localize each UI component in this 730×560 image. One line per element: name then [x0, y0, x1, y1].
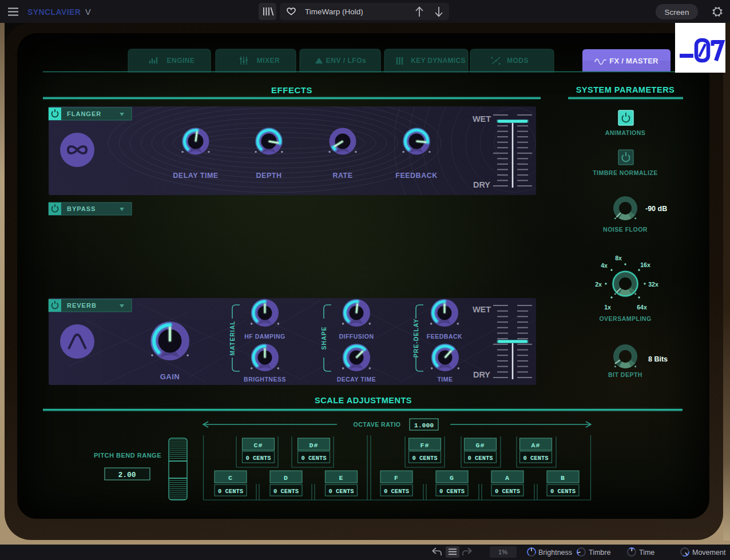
- svg-text:ENV / LFOs: ENV / LFOs: [326, 57, 366, 65]
- svg-text:DRY: DRY: [473, 370, 490, 379]
- svg-text:0 CENTS: 0 CENTS: [467, 455, 493, 462]
- svg-text:0 CENTS: 0 CENTS: [523, 455, 548, 462]
- svg-text:D: D: [284, 474, 288, 482]
- svg-text:NOISE FLOOR: NOISE FLOOR: [603, 226, 648, 233]
- svg-text:ANIMATIONS: ANIMATIONS: [605, 129, 646, 136]
- svg-text:WET: WET: [473, 305, 491, 314]
- svg-text:16x: 16x: [640, 261, 650, 268]
- svg-text:G: G: [450, 474, 454, 482]
- svg-text:OCTAVE RATIO: OCTAVE RATIO: [354, 421, 401, 428]
- svg-text:Screen: Screen: [665, 8, 689, 17]
- svg-text:0 CENTS: 0 CENTS: [273, 488, 299, 495]
- svg-text:RATE: RATE: [332, 172, 352, 180]
- svg-text:F: F: [394, 474, 399, 482]
- svg-text:1%: 1%: [498, 549, 507, 555]
- svg-text:TimeWarp (Hold): TimeWarp (Hold): [305, 7, 363, 16]
- svg-text:BRIGHTNESS: BRIGHTNESS: [244, 376, 286, 383]
- svg-text:0 CENTS: 0 CENTS: [301, 455, 326, 462]
- svg-text:0 CENTS: 0 CENTS: [328, 488, 354, 495]
- svg-text:F#: F#: [420, 442, 430, 449]
- svg-text:2.00: 2.00: [118, 471, 136, 479]
- svg-text:Brightness: Brightness: [538, 549, 572, 557]
- svg-text:G#: G#: [476, 442, 485, 449]
- svg-text:C: C: [228, 474, 233, 482]
- svg-text:Movement: Movement: [692, 549, 726, 557]
- svg-text:SYNCLAVIER: SYNCLAVIER: [27, 7, 81, 17]
- svg-text:2x: 2x: [595, 281, 602, 288]
- svg-text:A#: A#: [531, 442, 541, 449]
- svg-text:KEY DYNAMICS: KEY DYNAMICS: [411, 57, 465, 65]
- svg-text:FEEDBACK: FEEDBACK: [427, 333, 462, 340]
- svg-text:0 CENTS: 0 CENTS: [495, 488, 520, 495]
- svg-text:8 Bits: 8 Bits: [648, 355, 668, 363]
- svg-text:0 CENTS: 0 CENTS: [218, 488, 243, 495]
- svg-text:Time: Time: [639, 549, 654, 557]
- svg-text:DEPTH: DEPTH: [256, 172, 282, 180]
- svg-text:V: V: [85, 7, 91, 17]
- svg-text:FLANGER: FLANGER: [67, 110, 101, 117]
- svg-text:0 CENTS: 0 CENTS: [412, 455, 437, 462]
- svg-text:GAIN: GAIN: [160, 372, 180, 381]
- svg-text:C#: C#: [254, 442, 263, 449]
- svg-text:SHAPE: SHAPE: [320, 326, 327, 349]
- svg-text:64x: 64x: [637, 304, 647, 311]
- svg-text:A: A: [505, 474, 510, 482]
- svg-text:REVERB: REVERB: [67, 302, 97, 309]
- svg-text:MATERIAL: MATERIAL: [229, 320, 236, 355]
- svg-text:PITCH BEND RANGE: PITCH BEND RANGE: [94, 452, 161, 459]
- svg-text:MODS: MODS: [507, 57, 529, 65]
- svg-text:BYPASS: BYPASS: [67, 205, 96, 212]
- svg-text:FX / MASTER: FX / MASTER: [609, 57, 658, 65]
- svg-text:ENGINE: ENGINE: [166, 57, 195, 65]
- svg-text:DRY: DRY: [473, 180, 490, 189]
- svg-text:OVERSAMPLING: OVERSAMPLING: [599, 315, 651, 322]
- svg-text:D#: D#: [310, 442, 319, 449]
- svg-text:B: B: [561, 474, 565, 482]
- svg-text:PRE-DELAY: PRE-DELAY: [412, 319, 419, 358]
- svg-text:SCALE ADJUSTMENTS: SCALE ADJUSTMENTS: [315, 396, 412, 405]
- svg-text:E: E: [339, 474, 344, 482]
- svg-text:WET: WET: [473, 114, 491, 124]
- svg-text:EFFECTS: EFFECTS: [271, 85, 312, 95]
- svg-text:0 CENTS: 0 CENTS: [245, 455, 271, 462]
- svg-text:-90 dB: -90 dB: [645, 205, 667, 213]
- svg-text:32x: 32x: [648, 281, 658, 288]
- svg-text:1.000: 1.000: [414, 422, 434, 429]
- svg-text:SYSTEM PARAMETERS: SYSTEM PARAMETERS: [576, 85, 675, 94]
- svg-text:8x: 8x: [615, 255, 622, 261]
- svg-text:1x: 1x: [604, 304, 611, 311]
- svg-text:0 CENTS: 0 CENTS: [439, 488, 465, 495]
- svg-text:BIT DEPTH: BIT DEPTH: [608, 371, 642, 378]
- svg-text:DECAY TIME: DECAY TIME: [337, 376, 376, 383]
- svg-text:4x: 4x: [601, 262, 608, 269]
- svg-text:TIMBRE NORMALIZE: TIMBRE NORMALIZE: [593, 169, 658, 176]
- svg-text:Timbre: Timbre: [589, 549, 610, 557]
- svg-text:DELAY TIME: DELAY TIME: [173, 172, 218, 180]
- svg-text:0 CENTS: 0 CENTS: [384, 488, 409, 495]
- svg-text:MIXER: MIXER: [257, 57, 280, 65]
- svg-text:DIFFUSION: DIFFUSION: [339, 333, 374, 340]
- svg-text:TIME: TIME: [437, 376, 453, 383]
- svg-text:FEEDBACK: FEEDBACK: [395, 172, 437, 180]
- svg-text:0 CENTS: 0 CENTS: [550, 488, 576, 495]
- svg-text:HF DAMPING: HF DAMPING: [244, 333, 285, 340]
